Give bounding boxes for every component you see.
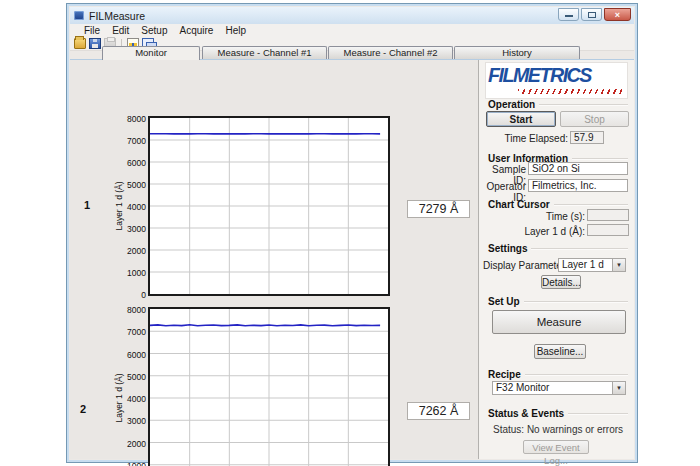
operation-header: Operation	[488, 99, 628, 110]
tab-measure-channel-2[interactable]: Measure - Channel #2	[328, 46, 453, 59]
window-title: FILMeasure	[89, 10, 145, 22]
filmetrics-logo-hatch	[518, 89, 622, 94]
close-button[interactable]: ×	[604, 8, 631, 21]
app-window: FILMeasure × FileEditSetupAcquireHelp Mo…	[66, 3, 638, 463]
y-tick-label: 6000	[120, 350, 146, 360]
set-up-header: Set Up	[488, 296, 628, 307]
y-tick-label: 2000	[120, 246, 146, 256]
cursor-layer-label: Layer 1 d (Å):	[505, 226, 585, 237]
sample-id-field[interactable]: SiO2 on Si	[528, 162, 628, 175]
maximize-button[interactable]	[581, 8, 602, 21]
y-tick-label: 6000	[120, 158, 146, 168]
view-event-log-button[interactable]: View Event Log...	[523, 440, 589, 454]
title-bar[interactable]: FILMeasure ×	[70, 7, 634, 24]
menu-item-help[interactable]: Help	[219, 25, 252, 36]
channel-2-label: 2	[74, 403, 92, 415]
status-message: Status: No warnings or errors	[488, 424, 628, 435]
minimize-button[interactable]	[558, 8, 579, 21]
y-tick-label: 4000	[120, 202, 146, 212]
channel-1-thickness-readout: 7279 Å	[407, 200, 470, 218]
filmetrics-logo-text: FILMETRICS	[488, 64, 591, 87]
y-tick-label: 3000	[120, 416, 146, 426]
monitor-tab-page: 1 2 Layer 1 d (Å) Layer 1 d (Å) Time (s)…	[70, 59, 478, 459]
control-panel: FILMETRICS Operation Start Stop Time Ela…	[478, 59, 634, 459]
settings-header: Settings	[488, 243, 628, 254]
channel-1-label: 1	[78, 199, 96, 211]
app-icon	[74, 11, 84, 20]
tab-bar: MonitorMeasure - Channel #1Measure - Cha…	[70, 46, 634, 59]
y-tick-label: 8000	[120, 305, 146, 315]
recipe-combobox[interactable]: F32 Monitor ▼	[492, 381, 626, 395]
status-events-header: Status & Events	[488, 408, 628, 419]
y-tick-label: 5000	[120, 180, 146, 190]
y-tick-label: 2000	[120, 439, 146, 449]
stop-button[interactable]: Stop	[560, 111, 629, 127]
menu-item-acquire[interactable]: Acquire	[174, 25, 220, 36]
start-button[interactable]: Start	[486, 111, 556, 127]
y-tick-label: 3000	[120, 224, 146, 234]
menu-item-setup[interactable]: Setup	[135, 25, 173, 36]
measure-button[interactable]: Measure	[492, 310, 626, 334]
chevron-down-icon[interactable]: ▼	[612, 382, 625, 394]
chart1-plot-area[interactable]	[148, 116, 390, 296]
menu-bar: FileEditSetupAcquireHelp	[70, 24, 634, 37]
time-elapsed-field: 57.9	[570, 131, 604, 144]
menu-item-file[interactable]: File	[78, 25, 106, 36]
chart1-line-series	[150, 118, 388, 294]
y-tick-label: 1000	[120, 268, 146, 278]
tab-measure-channel-1[interactable]: Measure - Channel #1	[202, 46, 327, 59]
y-tick-label: 8000	[120, 114, 146, 124]
tab-monitor[interactable]: Monitor	[102, 46, 200, 60]
maximize-icon	[588, 12, 596, 18]
baseline-button[interactable]: Baseline...	[534, 344, 586, 359]
cursor-layer-field	[587, 224, 629, 236]
chart2-plot-area[interactable]	[148, 307, 390, 466]
operator-id-field[interactable]: Filmetrics, Inc.	[528, 179, 628, 192]
filmetrics-logo: FILMETRICS	[485, 62, 628, 99]
menu-item-edit[interactable]: Edit	[106, 25, 135, 36]
channel-2-thickness-readout: 7262 Å	[407, 402, 470, 420]
display-parameter-label: Display Parameter:	[483, 260, 568, 271]
tab-history[interactable]: History	[454, 46, 580, 59]
time-elapsed-label: Time Elapsed:	[486, 133, 568, 144]
chevron-down-icon[interactable]: ▼	[612, 259, 625, 271]
display-parameter-combobox[interactable]: Layer 1 d ▼	[558, 258, 626, 272]
cursor-time-label: Time (s):	[515, 211, 585, 222]
details-button[interactable]: Details...	[541, 275, 581, 289]
chart2-line-series	[150, 309, 388, 466]
y-tick-label: 7000	[120, 327, 146, 337]
recipe-header: Recipe	[488, 369, 628, 380]
y-tick-label: 0	[120, 290, 146, 300]
y-tick-label: 5000	[120, 372, 146, 382]
y-tick-label: 1000	[120, 461, 146, 466]
minimize-icon	[565, 15, 573, 17]
cursor-time-field	[587, 209, 629, 221]
y-tick-label: 4000	[120, 394, 146, 404]
y-tick-label: 7000	[120, 136, 146, 146]
